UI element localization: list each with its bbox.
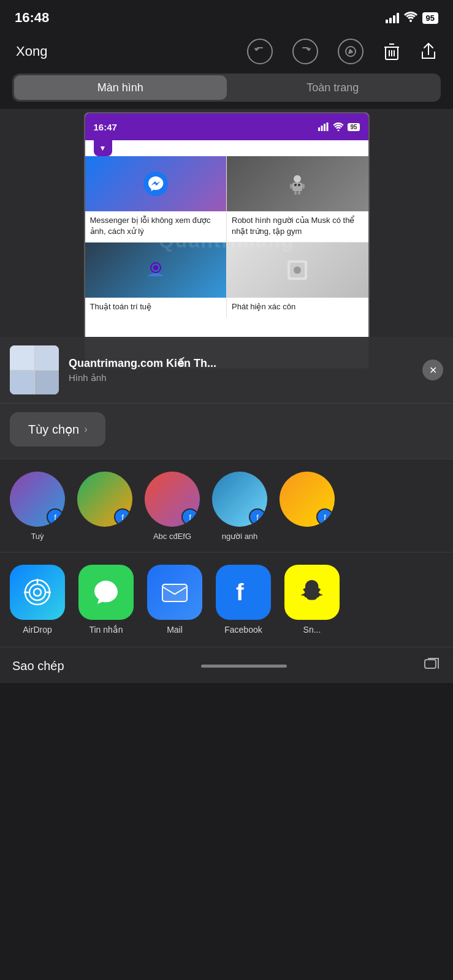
facebook-icon: f	[216, 565, 271, 620]
svg-point-16	[294, 184, 297, 186]
share-close-button[interactable]: ✕	[422, 360, 443, 380]
share-sheet: Quantrimang.com Kiến Th... Hình ảnh ✕ Tù…	[0, 337, 453, 980]
done-button[interactable]: Xong	[12, 40, 51, 63]
undo-icon	[247, 39, 273, 64]
messenger-badge-icon-2: f	[121, 513, 124, 522]
status-time: 16:48	[15, 10, 49, 26]
redo-button[interactable]	[289, 35, 322, 68]
messenger-badge-icon-5: f	[324, 513, 326, 522]
news-grid: Messenger bị lỗi không xem được ảnh, các…	[85, 156, 368, 318]
contact-badge-1: f	[47, 508, 64, 526]
screenshot-frame: 16:47 95 ▼	[84, 112, 370, 369]
contacts-scroll: f Tuỳ f f Abc cđEfG	[0, 472, 453, 542]
status-bar: 16:48 95	[0, 0, 453, 33]
copy-label[interactable]: Sao chép	[12, 659, 64, 673]
contact-name-1: Tuỳ	[31, 532, 44, 542]
svg-point-22	[294, 266, 301, 274]
svg-point-0	[409, 20, 412, 22]
options-chevron-icon: ›	[84, 424, 87, 435]
snapchat-icon	[284, 565, 340, 620]
screenshot-battery: 95	[348, 123, 359, 131]
airdrop-icon	[10, 565, 65, 620]
contact-avatar-3: f	[145, 472, 200, 527]
svg-rect-11	[292, 183, 302, 191]
svg-point-25	[34, 589, 41, 596]
share-title: Quantrimang.com Kiến Th...	[69, 356, 413, 370]
signal-icon	[386, 12, 399, 23]
contact-avatar-5: f	[280, 472, 335, 527]
apps-area: AirDrop Tin nhắn Mail	[0, 552, 453, 647]
contact-item-5[interactable]: f	[280, 472, 335, 542]
share-info: Quantrimang.com Kiến Th... Hình ảnh	[69, 356, 413, 383]
svg-point-8	[338, 130, 340, 132]
news-thumb-robot	[227, 156, 368, 211]
svg-point-2	[350, 51, 352, 53]
contact-badge-2: f	[114, 508, 131, 526]
contact-badge-5: f	[316, 508, 333, 526]
svg-rect-26	[162, 584, 187, 601]
status-icons: 95	[386, 11, 438, 25]
app-item-facebook[interactable]: f Facebook	[216, 565, 271, 635]
news-thumb-messenger	[85, 156, 227, 211]
svg-rect-4	[318, 127, 320, 131]
news-title-1: Messenger bị lỗi không xem được ảnh, các…	[85, 211, 227, 242]
toolbar-action-icons	[243, 35, 441, 68]
news-title-3: Thuật toán trí tuệ	[85, 298, 227, 317]
bottom-strip: Sao chép	[0, 647, 453, 683]
svg-rect-29	[425, 660, 436, 668]
news-title-2: Robot hình người của Musk có thể nhặt tr…	[227, 211, 368, 242]
svg-point-17	[298, 184, 300, 186]
contact-item-1[interactable]: f Tuỳ	[10, 472, 65, 542]
top-toolbar: Xong	[0, 33, 453, 70]
contact-badge-3: f	[181, 508, 199, 526]
segment-screen-button[interactable]: Màn hình	[14, 75, 227, 100]
news-card-1: Messenger bị lỗi không xem được ảnh, các…	[85, 156, 227, 242]
options-area: Tùy chọn ›	[0, 403, 453, 459]
contact-item-4[interactable]: f người anh	[212, 472, 267, 542]
segment-control: Màn hình Toàn trang	[12, 74, 441, 102]
contacts-area: f Tuỳ f f Abc cđEfG	[0, 459, 453, 552]
app-item-snapchat[interactable]: Sn...	[284, 565, 340, 635]
segment-fullpage-button[interactable]: Toàn trang	[227, 75, 440, 100]
contact-avatar-1: f	[10, 472, 65, 527]
contact-name-3: Abc cđEfG	[153, 532, 191, 542]
svg-rect-13	[302, 184, 305, 189]
share-header: Quantrimang.com Kiến Th... Hình ảnh ✕	[0, 337, 453, 403]
svg-rect-6	[324, 124, 325, 131]
pen-icon	[338, 39, 364, 64]
messenger-badge-icon-3: f	[189, 513, 191, 522]
messages-label: Tin nhắn	[89, 625, 123, 635]
more-icon[interactable]	[424, 656, 441, 677]
app-item-messages[interactable]: Tin nhắn	[78, 565, 134, 635]
share-button[interactable]	[416, 39, 441, 64]
screenshot-dropdown: ▼	[94, 140, 112, 156]
apps-scroll: AirDrop Tin nhắn Mail	[10, 565, 443, 635]
airdrop-label: AirDrop	[23, 625, 51, 635]
contact-avatar-2: f	[77, 472, 132, 527]
svg-point-24	[29, 584, 45, 600]
screenshot-inner-time: 16:47	[94, 122, 117, 132]
svg-point-9	[143, 172, 168, 196]
markup-button[interactable]	[334, 35, 367, 68]
app-item-airdrop[interactable]: AirDrop	[10, 565, 65, 635]
contact-badge-4: f	[249, 508, 266, 526]
contact-item-3[interactable]: f Abc cđEfG	[145, 472, 200, 542]
messenger-badge-icon-4: f	[256, 513, 259, 522]
battery-indicator: 95	[422, 12, 438, 24]
options-label: Tùy chọn	[28, 422, 79, 437]
app-item-mail[interactable]: Mail	[147, 565, 202, 635]
redo-icon	[292, 39, 318, 64]
svg-rect-12	[290, 184, 292, 189]
facebook-label: Facebook	[224, 625, 262, 635]
news-card-2: Robot hình người của Musk có thể nhặt tr…	[227, 156, 368, 242]
bottom-handle	[201, 665, 287, 668]
news-thumb-detect	[227, 243, 368, 298]
contact-item-2[interactable]: f	[77, 472, 132, 542]
messenger-badge-icon: f	[54, 513, 56, 522]
undo-button[interactable]	[243, 35, 276, 68]
svg-rect-5	[321, 126, 323, 131]
contact-avatar-4: f	[212, 472, 267, 527]
snapchat-label: Sn...	[303, 625, 321, 635]
options-button[interactable]: Tùy chọn ›	[10, 412, 105, 447]
trash-button[interactable]	[379, 39, 404, 64]
